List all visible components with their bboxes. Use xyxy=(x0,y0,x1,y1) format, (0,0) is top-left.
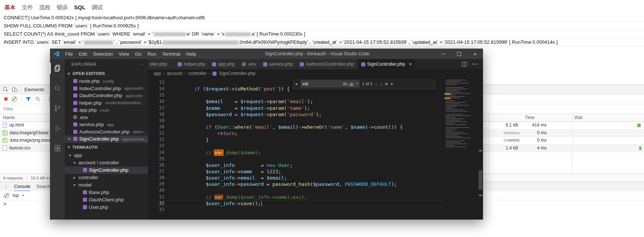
run-debug-icon[interactable] xyxy=(50,122,65,135)
editor-tab-signcontroller-php[interactable]: SignController.php× xyxy=(358,59,416,69)
menu-run[interactable]: Run xyxy=(144,51,159,57)
minimap[interactable] xyxy=(444,78,478,220)
editor-tab-service-php[interactable]: service.php xyxy=(260,59,296,69)
tree-item-user-php[interactable]: User.php xyxy=(65,204,148,211)
code-line-26[interactable]: 26 $user_info = new User; xyxy=(148,162,442,168)
code-line-20[interactable]: 20 if (User::where('email', $email)->whe… xyxy=(148,124,442,130)
breadcrumb-item[interactable]: SignController.php xyxy=(219,71,255,76)
code-line-32[interactable]: 32 $user_info->save(); xyxy=(148,200,442,207)
column-divider[interactable] xyxy=(489,113,489,174)
editor-tab-authorizecontroller-php[interactable]: AuthorizeController.php xyxy=(296,59,358,69)
breadcrumb[interactable]: app›account›controller›SignController.ph… xyxy=(148,69,483,78)
source-control-icon[interactable] xyxy=(50,102,65,115)
code-line-27[interactable]: 27 $user_info->name = 1223; xyxy=(148,168,442,175)
open-editor-item-oauthcontroller-php[interactable]: OauthController.phpapp\contr... xyxy=(65,92,148,99)
more-actions-icon[interactable]: ··· xyxy=(139,62,144,66)
workspace-header[interactable]: ▾ THINKAUTH xyxy=(65,143,148,152)
column-header-waterfall[interactable]: Waterfall xyxy=(574,114,583,121)
open-editor-item-helper-php[interactable]: helper.phpvendor\topthink\thin... xyxy=(65,99,148,107)
filter-icon[interactable] xyxy=(26,97,31,102)
close-button[interactable]: × xyxy=(467,49,483,59)
code-line-24[interactable]: 24 // var_dump($name); xyxy=(148,149,442,156)
open-editor-item-route-php[interactable]: route.phpconfig xyxy=(65,78,148,85)
whole-word-icon[interactable]: ab xyxy=(349,82,353,86)
open-editor-item-authorizecontroller-php[interactable]: AuthorizeController.phpapp\o... xyxy=(65,128,148,136)
tree-item-model[interactable]: ▾model xyxy=(65,181,148,189)
more-actions-icon[interactable]: ··· xyxy=(472,61,479,68)
split-editor-icon[interactable] xyxy=(462,62,467,66)
clear-icon[interactable] xyxy=(12,96,17,102)
search-icon[interactable] xyxy=(35,96,40,102)
tree-item-oauthclient-php[interactable]: OauthClient.php xyxy=(65,196,148,204)
breadcrumb-item[interactable]: app xyxy=(154,71,161,76)
minimize-button[interactable] xyxy=(435,49,451,59)
menu-terminal[interactable]: Terminal xyxy=(159,51,183,57)
match-case-icon[interactable]: Aa xyxy=(343,82,348,86)
code-editor[interactable]: 1314 if ($request->isMethod('post')) {15… xyxy=(148,78,483,220)
trace-tab-basic[interactable]: 基本 xyxy=(4,4,16,11)
editor-tab-env[interactable]: .env xyxy=(239,59,260,69)
scrollbar-thumb[interactable] xyxy=(479,170,482,190)
find-in-selection-icon[interactable]: ≡ xyxy=(385,82,388,86)
breadcrumb-item[interactable]: account xyxy=(167,71,182,76)
code-line-25[interactable]: 25 xyxy=(148,156,442,162)
close-icon[interactable]: × xyxy=(409,62,412,67)
tree-item-controller[interactable]: ▸controller xyxy=(65,174,148,181)
menu-help[interactable]: Help xyxy=(183,51,199,57)
breadcrumb-item[interactable]: controller xyxy=(188,71,207,76)
column-header-time[interactable]: Time xyxy=(525,114,534,121)
code-line-23[interactable]: 23 xyxy=(148,143,442,149)
editor-tab-oller-php[interactable]: oller.php xyxy=(148,59,174,69)
code-line-31[interactable]: 31 // var_dump($user_info->name);exit; xyxy=(148,194,442,200)
code-line-30[interactable]: 30 xyxy=(148,187,442,194)
record-icon[interactable] xyxy=(4,97,8,101)
filter-input[interactable]: Filter xyxy=(3,106,13,112)
close-icon[interactable]: × xyxy=(67,137,71,141)
open-editor-item-app-php[interactable]: app.phproute xyxy=(65,106,148,114)
code-line-15[interactable]: 15 xyxy=(148,92,442,98)
column-header-name[interactable]: Name xyxy=(0,115,15,120)
code-line-29[interactable]: 29 $user_info->password = password_hash(… xyxy=(148,181,442,187)
code-line-28[interactable]: 28 $user_info->email = $email; xyxy=(148,175,442,181)
titlebar[interactable]: FileEditSelectionViewGoRunTerminalHelp S… xyxy=(50,49,483,59)
column-divider[interactable] xyxy=(572,113,573,174)
open-editor-item-signcontroller-php[interactable]: ×SignController.phpapp\account... xyxy=(65,135,148,143)
search-icon[interactable] xyxy=(50,82,65,95)
tab-search[interactable]: Search xyxy=(36,182,50,191)
tree-item-app[interactable]: ▾app xyxy=(65,152,148,159)
open-editors-header[interactable]: ▾ OPEN EDITORS xyxy=(65,69,148,78)
menu-selection[interactable]: Selection xyxy=(90,51,115,57)
menu-view[interactable]: View xyxy=(116,51,132,57)
code-line-17[interactable]: 17 $name = $request->param('name'); xyxy=(148,105,442,111)
tab-console[interactable]: Console xyxy=(14,182,30,191)
code-line-22[interactable]: 22 } xyxy=(148,136,442,143)
regex-icon[interactable]: .* xyxy=(355,82,358,86)
menu-go[interactable]: Go xyxy=(132,51,144,57)
open-editor-item-env[interactable]: .env xyxy=(65,114,148,121)
extensions-icon[interactable] xyxy=(50,142,65,155)
trace-tab-sql[interactable]: SQL xyxy=(74,4,85,11)
code-line-16[interactable]: 16 $email = $request->param('email'); xyxy=(148,98,442,105)
code-line-33[interactable]: 33 xyxy=(148,207,442,213)
trace-tab-debug[interactable]: 调试 xyxy=(92,4,103,11)
find-expand-icon[interactable]: ▸ xyxy=(296,82,298,86)
tree-item-account-controller[interactable]: ▾account \ controller xyxy=(65,159,148,167)
tab-elements[interactable]: Elements xyxy=(24,87,44,92)
frame-context-select[interactable]: top xyxy=(13,193,19,198)
tree-item-signcontroller-php[interactable]: SignController.php xyxy=(65,167,148,174)
menu-file[interactable]: File xyxy=(62,51,76,57)
editor-tab-app-php[interactable]: app.php xyxy=(209,59,238,69)
open-editor-item-indexcontroller-php[interactable]: IndexController.phpapp\oauth\... xyxy=(65,85,148,92)
find-input[interactable]: var Aa ab .* xyxy=(301,80,360,88)
inspect-element-icon[interactable] xyxy=(3,87,9,92)
menu-edit[interactable]: Edit xyxy=(76,51,90,57)
code-line-18[interactable]: 18 $password = $request->param('password… xyxy=(148,111,442,118)
maximize-button[interactable] xyxy=(451,49,467,59)
kebab-menu-icon[interactable]: ⋮ xyxy=(3,184,8,190)
code-line-19[interactable]: 19 xyxy=(148,118,442,124)
open-editor-item-service-php[interactable]: service.phpapp xyxy=(65,121,148,128)
clear-console-icon[interactable] xyxy=(4,193,9,198)
previous-match-icon[interactable]: ↑ xyxy=(375,82,378,86)
explorer-icon[interactable] xyxy=(50,62,65,75)
device-toolbar-icon[interactable] xyxy=(12,87,17,92)
